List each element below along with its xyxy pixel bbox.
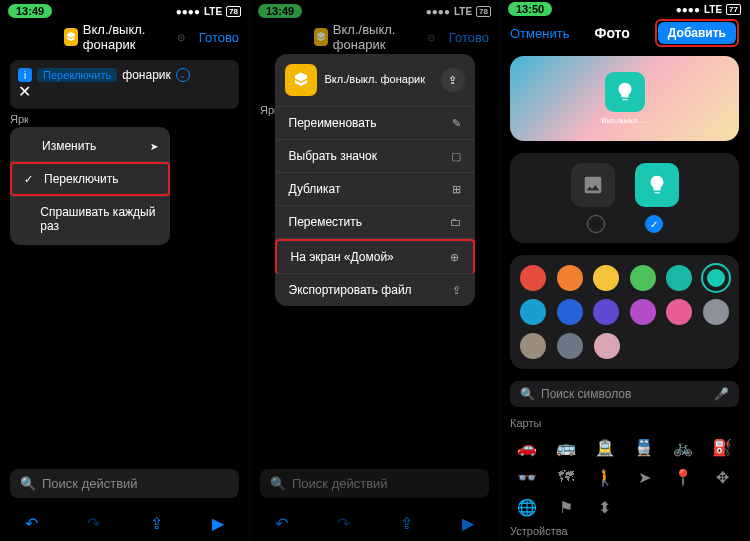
net-label: LTE xyxy=(204,6,222,17)
section-devices: Устройства xyxy=(510,525,739,537)
screen-3: 13:50 ●●●● LTE 77 Отменить Фото Добавить… xyxy=(500,0,750,541)
sheet-choose-icon[interactable]: Выбрать значок▢ xyxy=(275,140,475,173)
color-swatch[interactable] xyxy=(520,333,546,359)
dropdown-toggle[interactable]: ✓Переключить xyxy=(10,162,170,196)
binoculars-icon[interactable]: 👓 xyxy=(510,465,543,489)
brightness-label: Яркость xyxy=(10,113,28,125)
icon-source-photo[interactable] xyxy=(571,163,615,207)
train-icon[interactable]: 🚆 xyxy=(628,435,661,459)
nav-header: Отменить Фото Добавить xyxy=(500,16,749,50)
symbol-search[interactable]: 🔍 Поиск символов 🎤 xyxy=(510,381,739,407)
square-icon: ▢ xyxy=(451,150,461,163)
action-block[interactable]: i Переключить фонарик ⌄ ✕ xyxy=(10,60,239,109)
sheet-export[interactable]: Экспортировать файл⇪ xyxy=(275,274,475,306)
map-icon[interactable]: 🗺 xyxy=(549,465,582,489)
bike-icon[interactable]: 🚲 xyxy=(667,435,700,459)
screen-2: 13:49 ●●●● LTE 78 Вкл./выкл. фонарик ⊝ Г… xyxy=(250,0,500,541)
sheet-duplicate[interactable]: Дубликат⊞ xyxy=(275,173,475,206)
dropdown-edit[interactable]: Изменить ➤ xyxy=(10,131,170,161)
color-swatch[interactable] xyxy=(520,265,546,291)
options-icon[interactable]: ⊝ xyxy=(177,32,185,43)
search-actions[interactable]: 🔍 Поиск действий xyxy=(10,469,239,498)
walk-icon[interactable]: 🚶 xyxy=(588,465,621,489)
flag-icon[interactable]: ⚑ xyxy=(549,495,582,519)
redo-icon[interactable]: ↷ xyxy=(87,514,100,533)
status-time: 13:50 xyxy=(508,2,552,16)
color-swatch[interactable] xyxy=(594,333,620,359)
sheet-add-home[interactable]: На экран «Домой»⊕ xyxy=(275,239,475,274)
symbol-grid-maps: 🚗 🚌 🚊 🚆 🚲 ⛽ 👓 🗺 🚶 ➤ 📍 ✥ 🌐 ⚑ ⬍ xyxy=(510,435,739,519)
chevron-down-icon[interactable]: ⌄ xyxy=(176,68,190,82)
car-icon[interactable]: 🚗 xyxy=(510,435,543,459)
bus-icon[interactable]: 🚌 xyxy=(549,435,582,459)
color-swatch[interactable] xyxy=(630,299,656,325)
home-preview: Вкл./выкл.… xyxy=(510,56,739,141)
preview-app-label: Вкл./выкл.… xyxy=(601,116,648,125)
mic-icon[interactable]: 🎤 xyxy=(714,387,729,401)
color-swatch[interactable] xyxy=(703,265,729,291)
sheet-move[interactable]: Переместить🗀 xyxy=(275,206,475,239)
header-title[interactable]: Вкл./выкл. фонарик xyxy=(83,22,172,52)
move-icon[interactable]: ✥ xyxy=(706,465,739,489)
cancel-button[interactable]: Отменить xyxy=(510,26,569,41)
color-swatch[interactable] xyxy=(520,299,546,325)
undo-icon[interactable]: ↶ xyxy=(25,514,38,533)
fuel-icon[interactable]: ⛽ xyxy=(706,435,739,459)
param-dropdown: Изменить ➤ ✓Переключить Спрашивать кажды… xyxy=(10,127,170,245)
cursor-icon: ➤ xyxy=(150,141,158,152)
plus-square-icon: ⊞ xyxy=(452,183,461,196)
status-indicators: ●●●● LTE 78 xyxy=(176,6,241,17)
battery-icon: 77 xyxy=(726,4,741,15)
search-icon: 🔍 xyxy=(520,387,535,401)
action-object: фонарик xyxy=(122,68,170,82)
signal-icon: ●●●● xyxy=(676,4,700,15)
play-icon[interactable]: ▶ xyxy=(212,514,224,533)
icon-picker: ✓ xyxy=(510,153,739,243)
radio-glyph[interactable]: ✓ xyxy=(645,215,663,233)
done-button[interactable]: Готово xyxy=(185,30,239,45)
status-bar: 13:49 ●●●● LTE 78 xyxy=(0,0,249,20)
pencil-icon: ✎ xyxy=(452,117,461,130)
folder-icon: 🗀 xyxy=(450,216,461,228)
search-icon: 🔍 xyxy=(20,476,36,491)
color-swatch[interactable] xyxy=(666,265,692,291)
dropdown-ask[interactable]: Спрашивать каждый раз xyxy=(10,197,170,241)
color-swatch[interactable] xyxy=(630,265,656,291)
color-swatch[interactable] xyxy=(557,299,583,325)
status-indicators: ●●●● LTE 77 xyxy=(676,4,741,15)
sign-icon[interactable]: ⬍ xyxy=(588,495,621,519)
icon-source-glyph[interactable] xyxy=(635,163,679,207)
action-param[interactable]: Переключить xyxy=(37,68,117,82)
symbol-search-placeholder: Поиск символов xyxy=(541,387,631,401)
color-swatch[interactable] xyxy=(703,299,729,325)
status-bar: 13:50 ●●●● LTE 77 xyxy=(500,0,749,16)
check-icon: ✓ xyxy=(24,173,36,186)
tram-icon[interactable]: 🚊 xyxy=(588,435,621,459)
share-button[interactable]: ⇪ xyxy=(441,68,465,92)
color-swatch[interactable] xyxy=(593,265,619,291)
sheet-rename[interactable]: Переименовать✎ xyxy=(275,107,475,140)
battery-icon: 78 xyxy=(226,6,241,17)
color-swatch[interactable] xyxy=(593,299,619,325)
radio-photo[interactable] xyxy=(587,215,605,233)
redo-icon[interactable]: ↷ xyxy=(337,514,350,533)
section-maps: Карты xyxy=(510,417,739,429)
add-button[interactable]: Добавить xyxy=(658,22,736,44)
color-swatch[interactable] xyxy=(666,299,692,325)
screen-1: 13:49 ●●●● LTE 78 Вкл./выкл. фонарик ⊝ Г… xyxy=(0,0,250,541)
search-placeholder: Поиск действий xyxy=(42,476,138,491)
shortcut-app-icon xyxy=(64,28,77,46)
location-arrow-icon[interactable]: ➤ xyxy=(628,465,661,489)
pin-icon[interactable]: 📍 xyxy=(667,465,700,489)
globe-icon[interactable]: 🌐 xyxy=(510,495,543,519)
share-icon[interactable]: ⇪ xyxy=(150,514,163,533)
info-icon[interactable]: i xyxy=(18,68,32,82)
color-swatch[interactable] xyxy=(557,333,583,359)
status-time: 13:49 xyxy=(8,4,52,18)
signal-icon: ●●●● xyxy=(176,6,200,17)
color-swatch[interactable] xyxy=(557,265,583,291)
remove-action-button[interactable]: ✕ xyxy=(18,83,31,100)
net-label: LTE xyxy=(704,4,722,15)
header-title: Фото xyxy=(594,25,629,41)
sheet-title: Вкл./выкл. фонарик xyxy=(325,73,433,86)
